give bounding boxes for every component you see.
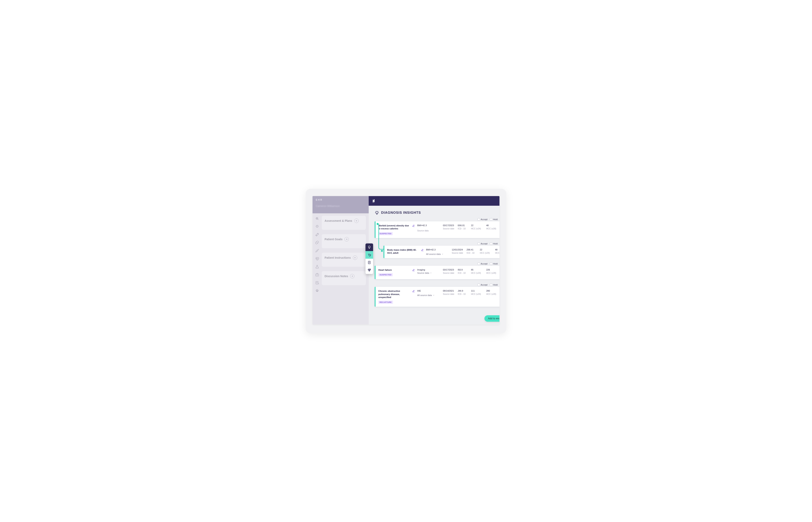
date-col: 03/17/2023Source date xyxy=(443,268,456,274)
hold-checkbox[interactable]: Hold xyxy=(490,262,498,265)
accept-checkbox[interactable]: Accept xyxy=(478,218,488,221)
side-toolbar xyxy=(366,243,373,274)
tool-document[interactable] xyxy=(366,259,373,266)
heart-icon[interactable] xyxy=(315,257,319,261)
card-actions: AcceptHoldReject xyxy=(375,218,499,221)
source-col: BMI=42.3All source data xyxy=(426,248,450,255)
diagnosis-card-wrap: AcceptHoldRejectChronic obstructive pulm… xyxy=(375,284,499,307)
source-data-label: Source data xyxy=(417,229,441,232)
cards-container: AcceptHoldRejectMorbid (severe) obesity … xyxy=(375,218,499,307)
brand-logo-icon xyxy=(372,198,377,203)
accept-checkbox[interactable]: Accept xyxy=(478,284,488,286)
ehr-section-assessment[interactable]: Assessment & Plans+ xyxy=(322,216,366,230)
syringe-icon[interactable] xyxy=(315,249,319,253)
ehr-panel: EHR Cameron Williamson xyxy=(313,196,369,324)
settings-badge-icon[interactable] xyxy=(315,289,319,293)
ehr-section-discussion[interactable]: Discussion Notes+ xyxy=(322,271,366,285)
icd10-col: Z68.41ICD - 10 xyxy=(466,248,478,254)
diagnosis-title-cell: Chronic obstructive pulmonary disease, u… xyxy=(378,289,411,304)
edit-icon[interactable] xyxy=(412,289,416,294)
svg-point-7 xyxy=(370,269,371,269)
diagnosis-badge: SUSPECTED xyxy=(378,232,393,235)
card-actions: AcceptHoldReject xyxy=(383,242,499,245)
icd10-col: I50.9ICD - 10 xyxy=(458,268,470,274)
diagnosis-badge: RECAPTURE xyxy=(378,301,393,304)
ehr-section-goals[interactable]: Patient Goals+ xyxy=(322,234,366,248)
ehr-section-title: Assessment & Plans xyxy=(325,219,352,222)
svg-point-5 xyxy=(370,255,371,255)
diagnosis-title: Heart failure xyxy=(378,268,411,272)
ehr-icon-rail xyxy=(313,213,322,324)
plus-icon[interactable]: + xyxy=(345,237,349,241)
diagnosis-card[interactable]: Morbid (severe) obesity due to excess ca… xyxy=(375,221,499,238)
ehr-sections: Assessment & Plans+ Patient Goals+ Patie… xyxy=(322,213,369,324)
insights-panel: DIAGNOSIS INSIGHTS AcceptHoldRejectMorbi… xyxy=(369,196,499,324)
ehr-section-title: Patient Instructions xyxy=(325,256,351,259)
ehr-body: Assessment & Plans+ Patient Goals+ Patie… xyxy=(313,213,369,324)
source-col: HIEAll source data xyxy=(417,289,441,297)
medkit-icon[interactable] xyxy=(315,273,319,277)
date-col: 12/01/2024Source date xyxy=(452,248,465,254)
date-col: 09/14/2021Source date xyxy=(443,289,456,295)
diagnosis-card[interactable]: Body mass index (BMI) 40-44.9, adultBMI=… xyxy=(383,246,499,258)
search-icon[interactable] xyxy=(315,217,319,221)
diagnosis-title-cell: Morbid (severe) obesity due to excess ca… xyxy=(378,224,411,235)
checklist-icon[interactable] xyxy=(315,281,319,285)
icd10-col: E66.01ICD - 10 xyxy=(458,224,470,230)
panel-body: DIAGNOSIS INSIGHTS AcceptHoldRejectMorbi… xyxy=(369,206,499,324)
bandage-icon[interactable] xyxy=(315,233,319,237)
plus-icon[interactable]: + xyxy=(353,256,357,260)
ehr-section-title: Patient Goals xyxy=(325,238,342,241)
diagnosis-badge: SUSPECTED xyxy=(378,273,393,276)
tool-diamond[interactable] xyxy=(366,266,373,274)
accept-checkbox[interactable]: Accept xyxy=(478,242,488,245)
source-data-dropdown[interactable]: All source data xyxy=(426,253,450,255)
connector-dot xyxy=(381,250,383,252)
ehr-section-title: Discussion Notes xyxy=(325,275,348,278)
screen: EHR Cameron Williamson xyxy=(313,196,499,324)
source-col: BMI=42.3Source data xyxy=(417,224,441,232)
hold-checkbox[interactable]: Hold xyxy=(490,218,498,221)
card-actions: AcceptHoldReject xyxy=(375,284,499,286)
plus-icon[interactable]: + xyxy=(354,219,359,223)
diagnosis-card-wrap: AcceptHoldRejectMorbid (severe) obesity … xyxy=(375,218,499,238)
edit-icon[interactable] xyxy=(412,268,416,272)
add-to-encounter-button[interactable]: Add to encounter xyxy=(484,315,499,322)
hcc24-col: 85HCC (v24) xyxy=(471,268,485,274)
pill-icon[interactable] xyxy=(315,241,319,245)
svg-point-1 xyxy=(316,218,317,219)
ehr-header: EHR Cameron Williamson xyxy=(313,196,369,213)
hcc28-col: 48HCC (v28) xyxy=(495,248,499,254)
panel-header xyxy=(369,196,499,206)
tool-stethoscope[interactable] xyxy=(366,251,373,259)
source-col: ImagingSource data xyxy=(417,268,441,274)
svg-rect-3 xyxy=(316,281,318,284)
source-data-dropdown[interactable]: Source data xyxy=(417,272,441,274)
plus-icon[interactable]: + xyxy=(350,274,354,278)
edit-icon[interactable] xyxy=(412,224,416,228)
ehr-app-title: EHR xyxy=(316,199,366,201)
ehr-section-instructions[interactable]: Patient Instructions+ xyxy=(322,253,366,267)
diagnosis-card[interactable]: Chronic obstructive pulmonary disease, u… xyxy=(375,287,499,307)
card-actions: AcceptHoldReject xyxy=(375,262,499,265)
diagnosis-title: Morbid (severe) obesity due to excess ca… xyxy=(378,224,411,230)
hold-checkbox[interactable]: Hold xyxy=(490,242,498,245)
diagnosis-card-wrap: AcceptHoldRejectHeart failureSUSPECTEDIm… xyxy=(375,262,499,279)
hold-checkbox[interactable]: Hold xyxy=(490,284,498,286)
flask-icon[interactable] xyxy=(315,265,319,269)
alert-icon[interactable] xyxy=(315,225,319,228)
diagnosis-title-cell: Heart failureSUSPECTED xyxy=(378,268,411,277)
tool-insights[interactable] xyxy=(366,243,373,251)
edit-icon[interactable] xyxy=(421,248,424,252)
svg-point-0 xyxy=(316,217,318,219)
ehr-patient-name: Cameron Williamson xyxy=(316,204,366,207)
source-data-dropdown[interactable]: All source data xyxy=(417,294,441,297)
accept-checkbox[interactable]: Accept xyxy=(478,262,488,265)
icd10-col: J44.9ICD - 10 xyxy=(458,289,470,295)
diagnosis-card[interactable]: Heart failureSUSPECTEDImagingSource data… xyxy=(375,266,499,279)
hcc24-col: 111HCC (v24) xyxy=(471,289,485,295)
hcc24-col: 22HCC (v24) xyxy=(480,248,494,254)
hcc28-col: 280HCC (v28) xyxy=(486,289,498,295)
lightbulb-icon xyxy=(375,210,379,215)
date-col: 03/17/2023Source date xyxy=(443,224,456,230)
